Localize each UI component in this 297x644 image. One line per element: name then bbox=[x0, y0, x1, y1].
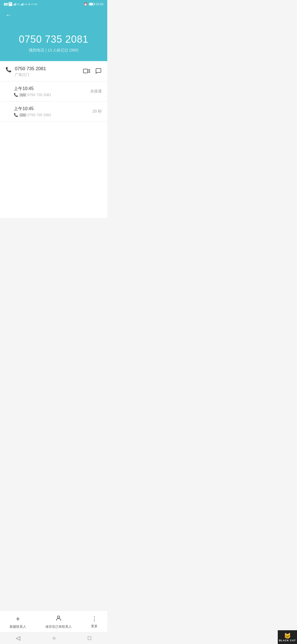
call-detail-2: 📞 SIM 0750 735 2081 bbox=[14, 113, 51, 117]
call-number-2: 0750 735 2081 bbox=[28, 113, 51, 117]
back-button[interactable]: ← bbox=[6, 10, 14, 20]
video-call-icon[interactable] bbox=[83, 68, 90, 75]
wifi-speed: 47 B/s bbox=[31, 3, 37, 6]
call-log-left-1: 上午10:45 📞 SIM 0750 735 2081 bbox=[14, 86, 51, 97]
header-area: ← 0750 735 2081 骚扰电话 | 13 人标记过 (360) bbox=[0, 8, 107, 61]
phone-info-text: 0750 735 2081 广东江门 bbox=[15, 66, 46, 77]
wifi-icon: ⊜ bbox=[28, 3, 30, 6]
call-number-1: 0750 735 2081 bbox=[28, 93, 51, 97]
call-sim-icon-2: SIM bbox=[19, 113, 26, 117]
network-label-1: 4G bbox=[17, 3, 20, 6]
call-time-1: 上午10:45 bbox=[14, 86, 51, 92]
hd-badge: HD bbox=[4, 3, 8, 6]
status-time: 10:50 bbox=[96, 2, 103, 6]
signal-bars-1 bbox=[13, 3, 16, 6]
content-spacer bbox=[0, 122, 107, 218]
hd-badge-2: HDa bbox=[9, 2, 12, 6]
call-log-left-2: 上午10:45 📞 SIM 0750 735 2081 bbox=[14, 106, 51, 117]
alarm-icon: ⏰ bbox=[84, 2, 87, 6]
call-time-2: 上午10:45 bbox=[14, 106, 51, 112]
status-right: ⏰ 10:50 bbox=[84, 2, 103, 6]
phone-location: 广东江门 bbox=[15, 72, 46, 77]
phone-icon: 📞 bbox=[6, 67, 12, 73]
phone-number-label: 0750 735 2081 bbox=[15, 66, 46, 72]
phone-info-left: 📞 0750 735 2081 广东江门 bbox=[6, 66, 46, 77]
svg-rect-0 bbox=[83, 69, 88, 73]
phone-tag: 骚扰电话 | 13 人标记过 (360) bbox=[6, 48, 102, 53]
received-call-icon: 📞 bbox=[14, 113, 18, 117]
signal-bars-2 bbox=[20, 3, 23, 6]
message-icon[interactable] bbox=[95, 68, 102, 76]
call-status-2: 20 秒 bbox=[93, 109, 102, 114]
call-status-1: 未接通 bbox=[90, 89, 102, 94]
status-bar: HD HDa 4G 4G ⊜ 47 B/s ⏰ 10:50 bbox=[0, 0, 107, 8]
header-phone-number: 0750 735 2081 bbox=[6, 34, 102, 45]
status-left: HD HDa 4G 4G ⊜ 47 B/s bbox=[4, 2, 37, 6]
call-sim-icon-1: SIM bbox=[19, 93, 26, 97]
battery-icon bbox=[89, 3, 94, 6]
missed-call-icon: 📞 bbox=[14, 93, 18, 97]
call-log-entry-2: 上午10:45 📞 SIM 0750 735 2081 20 秒 bbox=[0, 102, 107, 122]
action-icons bbox=[83, 68, 102, 76]
call-log-entry-1: 上午10:45 📞 SIM 0750 735 2081 未接通 bbox=[0, 81, 107, 102]
call-detail-1: 📞 SIM 0750 735 2081 bbox=[14, 93, 51, 97]
network-label-2: 4G bbox=[24, 3, 27, 6]
content-area: 📞 0750 735 2081 广东江门 上午10:45 bbox=[0, 61, 107, 218]
phone-info-row: 📞 0750 735 2081 广东江门 bbox=[0, 61, 107, 81]
